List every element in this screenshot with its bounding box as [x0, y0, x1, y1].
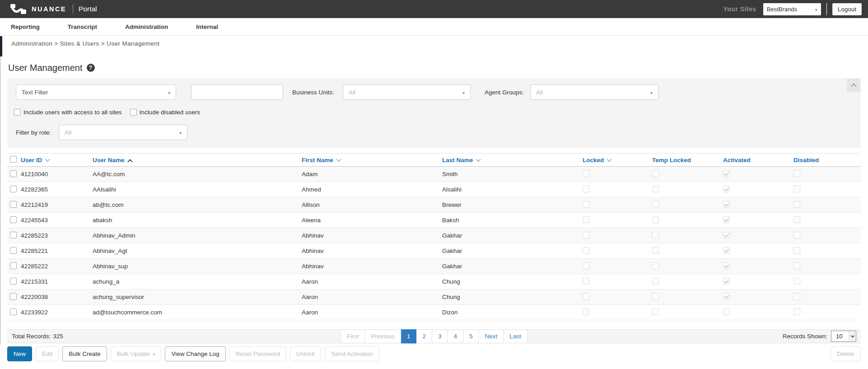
- row-select-checkbox[interactable]: [10, 201, 17, 208]
- page-button-last[interactable]: Last: [504, 329, 527, 344]
- total-records-value: 325: [53, 333, 63, 340]
- include-disabled-checkbox[interactable]: [130, 109, 137, 116]
- user-id-cell: 42215331: [21, 278, 93, 285]
- site-selector[interactable]: BestBrands: [763, 3, 821, 15]
- table-body: 41210040AA@tc.comAdamSmith42282365AAlsal…: [7, 167, 861, 320]
- filter-by-role-select[interactable]: All: [59, 125, 187, 140]
- row-select-checkbox[interactable]: [10, 170, 17, 177]
- user-id-cell: 42233922: [21, 309, 93, 316]
- page-button-4[interactable]: 4: [448, 329, 464, 344]
- column-header-user-name[interactable]: User Name: [93, 157, 302, 163]
- locked-checkbox: [583, 170, 589, 177]
- page-button-5[interactable]: 5: [463, 329, 479, 344]
- business-units-select[interactable]: All: [343, 84, 471, 100]
- activated-checkbox: [723, 186, 730, 192]
- first-name-cell: Abhinav: [302, 248, 442, 254]
- user-id-cell: 42245543: [21, 217, 93, 224]
- disabled-checkbox: [793, 262, 800, 269]
- include-all-sites-checkbox[interactable]: [14, 109, 21, 116]
- left-edge-strip-light: [0, 56, 1, 345]
- row-select-checkbox[interactable]: [10, 216, 17, 223]
- user-id-cell: 42220038: [21, 294, 93, 300]
- table-row[interactable]: 42245543abakshAleenaBaksh: [7, 213, 861, 228]
- text-filter-select[interactable]: Text Filter: [16, 84, 176, 100]
- disabled-checkbox: [793, 293, 800, 300]
- top-header: NUANCE Portal Your Sites BestBrands Logo…: [0, 0, 868, 18]
- unlock-button: Unlock: [290, 346, 321, 361]
- table-row[interactable]: 42233922ad@touchcommerce.comAaronDizon: [7, 305, 861, 320]
- filter-row-role: Filter by role: All: [16, 125, 861, 140]
- collapse-filters-button[interactable]: [847, 79, 860, 92]
- chevron-up-icon: [851, 83, 857, 89]
- locked-checkbox: [583, 186, 589, 192]
- chevron-down-icon: [179, 129, 182, 136]
- include-disabled-label: Include disabled users: [140, 109, 200, 116]
- page-button-3[interactable]: 3: [432, 329, 448, 344]
- agent-groups-select[interactable]: All: [530, 84, 658, 100]
- disabled-checkbox: [793, 308, 800, 315]
- logout-button[interactable]: Logout: [832, 3, 862, 15]
- reset-password-button: Reset Password: [229, 346, 286, 361]
- nuance-logo-icon: [10, 4, 27, 15]
- help-icon[interactable]: ?: [87, 64, 95, 72]
- bulk-create-button[interactable]: Bulk Create: [62, 346, 107, 361]
- table-row[interactable]: 42215331achung_aAaronChung: [7, 274, 861, 290]
- filter-text-input[interactable]: [191, 84, 283, 100]
- last-name-cell: Gakhar: [442, 263, 583, 270]
- include-all-sites-option: Include users with access to all sites: [14, 109, 122, 116]
- chevron-down-icon: [650, 89, 653, 96]
- include-disabled-option: Include disabled users: [130, 109, 200, 116]
- view-change-log-button[interactable]: View Change Log: [165, 346, 225, 361]
- row-select-checkbox[interactable]: [10, 293, 17, 300]
- tab-transcript[interactable]: Transcript: [68, 23, 97, 30]
- row-select-checkbox[interactable]: [10, 186, 17, 192]
- row-select-checkbox[interactable]: [10, 247, 17, 254]
- table-row[interactable]: 42285222Abhinav_supAbhinavGakhar: [7, 259, 861, 274]
- page-title: User Management ?: [8, 62, 861, 74]
- new-button[interactable]: New: [7, 346, 32, 361]
- table-row[interactable]: 41210040AA@tc.comAdamSmith: [7, 167, 861, 182]
- last-name-cell: Baksh: [442, 217, 583, 224]
- your-sites-label: Your Sites: [723, 5, 756, 13]
- row-select-checkbox[interactable]: [10, 262, 17, 269]
- temp-locked-checkbox: [652, 232, 659, 238]
- main-nav: Reporting Transcript Administration Inte…: [0, 18, 868, 36]
- row-select-checkbox[interactable]: [10, 308, 17, 315]
- table-row[interactable]: 42220038achung_supervisorAaronChung: [7, 290, 861, 305]
- tab-administration[interactable]: Administration: [125, 23, 168, 30]
- tab-reporting[interactable]: Reporting: [11, 23, 40, 30]
- tab-internal[interactable]: Internal: [196, 23, 218, 30]
- page-title-text: User Management: [8, 63, 83, 73]
- row-select-checkbox[interactable]: [10, 278, 17, 285]
- activated-checkbox: [723, 278, 730, 285]
- locked-checkbox: [583, 308, 589, 315]
- column-header-last-name[interactable]: Last Name: [442, 157, 583, 163]
- column-header-user-id[interactable]: User ID: [21, 157, 93, 163]
- page-button-2[interactable]: 2: [416, 329, 432, 344]
- page-button-next[interactable]: Next: [479, 329, 504, 344]
- table-row[interactable]: 42285223Abhinav_AdminAbhinavGakhar: [7, 228, 861, 243]
- row-select-checkbox[interactable]: [10, 232, 17, 238]
- records-shown-label: Records Shown:: [783, 333, 827, 340]
- page-button-previous: Previous: [365, 329, 401, 344]
- column-header-temp-locked: Temp Locked: [652, 157, 723, 163]
- user-table: User IDUser NameFirst NameLast NameLocke…: [7, 153, 861, 320]
- column-header-first-name[interactable]: First Name: [302, 157, 442, 163]
- activated-checkbox: [723, 201, 730, 208]
- table-row[interactable]: 42282365AAlsalihiAhmedAlsalihi: [7, 182, 861, 197]
- last-name-cell: Dizon: [442, 309, 583, 316]
- page-button-1[interactable]: 1: [401, 329, 417, 344]
- records-shown-select[interactable]: 10: [831, 331, 856, 342]
- disabled-checkbox: [793, 247, 800, 254]
- select-all-checkbox[interactable]: [10, 156, 17, 163]
- first-name-cell: Adam: [302, 171, 442, 177]
- chevron-down-icon: [849, 331, 856, 341]
- table-row[interactable]: 42285221Abhinav_AgtAbhinavGakhar: [7, 243, 861, 259]
- first-name-cell: Ahmed: [302, 186, 442, 193]
- temp-locked-checkbox: [652, 262, 659, 269]
- activated-checkbox: [723, 216, 730, 223]
- column-header-locked[interactable]: Locked: [583, 157, 652, 163]
- table-row[interactable]: 42212419ab@tc.comAllisonBrewer: [7, 197, 861, 213]
- topbar-right: Your Sites BestBrands Logout: [723, 3, 862, 15]
- edit-button: Edit: [36, 346, 59, 361]
